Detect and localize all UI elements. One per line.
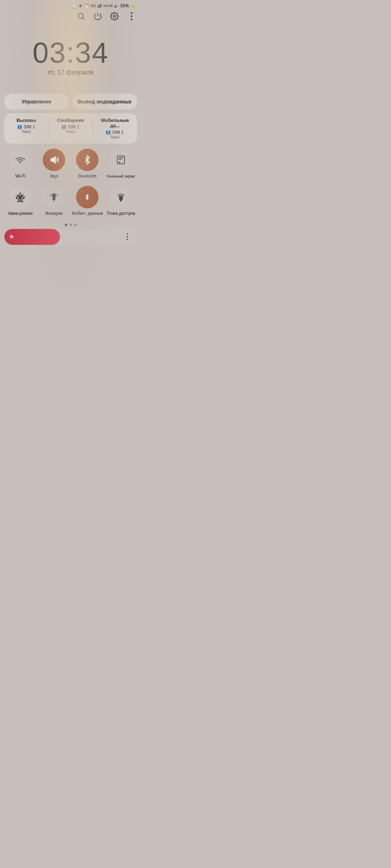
- sim-data-number: 1 SIM 1: [96, 130, 134, 135]
- brightness-more-button[interactable]: ⋮: [123, 232, 133, 242]
- 4g-icon: 4G: [91, 4, 96, 8]
- search-button[interactable]: [77, 12, 85, 21]
- toggle-book-screen[interactable]: Книжный экран: [105, 149, 137, 179]
- svg-rect-13: [118, 157, 123, 158]
- clock-section: 03:34 пт, 17 февраля: [0, 24, 141, 81]
- volte-icon: VoLTE: [103, 4, 113, 8]
- svg-point-8: [78, 13, 83, 18]
- clock-date: пт, 17 февраля: [0, 69, 141, 76]
- brightness-bar[interactable]: ☀ ⋮: [4, 229, 137, 245]
- svg-point-10: [113, 15, 115, 17]
- svg-rect-12: [117, 156, 125, 164]
- sound-circle: [43, 149, 65, 171]
- toggle-airplane[interactable]: Авиа-режим: [4, 186, 37, 217]
- svg-rect-14: [118, 159, 122, 159]
- mobile-data-label: Мобил. данные: [72, 211, 103, 217]
- flashlight-circle: [43, 186, 65, 208]
- svg-rect-15: [119, 162, 120, 163]
- hotspot-circle: [110, 186, 132, 208]
- mobile-data-circle: [76, 186, 98, 208]
- svg-rect-4: [114, 6, 115, 8]
- sim-data[interactable]: Мобильные да... 1 SIM 1 Tele2: [93, 118, 137, 139]
- svg-rect-5: [115, 5, 116, 8]
- power-button[interactable]: [93, 12, 102, 21]
- sim-row: Вызовы 1 SIM 1 Tele2 Сообщения 1 SIM 1 T…: [4, 113, 137, 144]
- toggles-row-1: Wi-Fi Звук Bluetooth: [4, 147, 137, 181]
- book-label: Книжный экран: [107, 174, 135, 179]
- sound-label: Звук: [49, 174, 58, 179]
- toggles-row-2: Авиа-режим Фонарик: [4, 184, 137, 218]
- pagination-dots: [4, 221, 137, 227]
- dot-2: [70, 224, 72, 226]
- toggle-mobile-data[interactable]: Мобил. данные: [71, 186, 104, 217]
- bluetooth-circle: [76, 149, 98, 171]
- svg-point-17: [54, 194, 54, 195]
- dot-3: [74, 224, 77, 226]
- airplane-label: Авиа-режим: [8, 211, 33, 217]
- toggle-sound[interactable]: Звук: [38, 149, 70, 179]
- sim-calls-number: 1 SIM 1: [7, 124, 45, 129]
- sim1-badge-data: 1: [106, 131, 110, 135]
- sim-messages[interactable]: Сообщения 1 SIM 1 Tele2: [49, 118, 93, 139]
- toggle-wifi[interactable]: Wi-Fi: [4, 149, 37, 179]
- svg-rect-2: [100, 4, 100, 8]
- svg-line-18: [51, 194, 51, 195]
- sim-data-operator: Tele2: [96, 135, 134, 139]
- sim-data-title: Мобильные да...: [96, 118, 134, 128]
- svg-rect-3: [101, 4, 101, 8]
- bluetooth-status-icon: ✱: [79, 3, 83, 9]
- status-bar: 🔄 ✱ ⏰ 4G VoLTE 31% 🔋: [0, 0, 141, 10]
- quick-actions-bar: ⋮: [0, 10, 141, 24]
- brightness-filled: ☀: [4, 229, 60, 245]
- status-icons: 🔄 ✱ ⏰ 4G VoLTE 31% 🔋: [72, 3, 136, 9]
- wifi-label: Wi-Fi: [15, 174, 25, 179]
- sync-icon: 🔄: [72, 3, 77, 9]
- svg-rect-6: [117, 4, 117, 8]
- svg-line-19: [56, 194, 57, 195]
- sim1-badge-messages: 1: [62, 125, 66, 129]
- svg-rect-1: [98, 5, 99, 8]
- svg-marker-11: [51, 156, 56, 164]
- sim1-badge-calls: 1: [18, 125, 22, 129]
- sim-messages-title: Сообщения: [51, 118, 89, 123]
- bluetooth-label: Bluetooth: [78, 174, 97, 179]
- battery-icon: 🔋: [130, 3, 136, 9]
- brightness-icon: ☀: [9, 233, 14, 241]
- sim-calls[interactable]: Вызовы 1 SIM 1 Tele2: [4, 118, 49, 139]
- alarm-icon: ⏰: [84, 3, 89, 9]
- signal2-icon: [114, 3, 119, 9]
- hotspot-label: Точка доступа: [106, 211, 135, 217]
- signal1-icon: [97, 3, 102, 9]
- sim-calls-operator: Tele2: [7, 129, 45, 134]
- sim-data-simname: SIM 1: [112, 130, 123, 135]
- sim-calls-simname: SIM 1: [24, 124, 35, 129]
- book-circle: [110, 149, 132, 171]
- svg-rect-22: [119, 196, 123, 200]
- settings-button[interactable]: [110, 12, 119, 21]
- toggle-bluetooth[interactable]: Bluetooth: [71, 149, 104, 179]
- toggle-hotspot[interactable]: Точка доступа: [105, 186, 137, 217]
- svg-rect-16: [52, 196, 55, 200]
- toggle-flashlight[interactable]: Фонарик: [38, 186, 70, 217]
- main-panel: Управление Вывод медиаданных Вызовы 1 SI…: [4, 94, 137, 227]
- sim-messages-number: 1 SIM 1: [51, 124, 89, 129]
- media-output-button[interactable]: Вывод медиаданных: [72, 94, 137, 110]
- management-row: Управление Вывод медиаданных: [4, 94, 137, 110]
- wifi-circle: [9, 149, 31, 171]
- sim-messages-simname: SIM 1: [68, 124, 79, 129]
- battery-text: 31%: [120, 3, 129, 8]
- svg-rect-0: [97, 6, 98, 8]
- svg-point-23: [120, 200, 121, 201]
- sim-calls-title: Вызовы: [7, 118, 45, 123]
- flashlight-label: Фонарик: [45, 211, 63, 217]
- sim-messages-operator: Tele2: [51, 129, 89, 134]
- control-button[interactable]: Управление: [4, 94, 69, 110]
- svg-line-9: [83, 18, 85, 20]
- more-button[interactable]: ⋮: [127, 12, 136, 21]
- svg-rect-7: [118, 4, 118, 8]
- clock-time: 03:34: [0, 38, 141, 67]
- airplane-circle: [9, 186, 31, 208]
- dot-1: [65, 224, 67, 226]
